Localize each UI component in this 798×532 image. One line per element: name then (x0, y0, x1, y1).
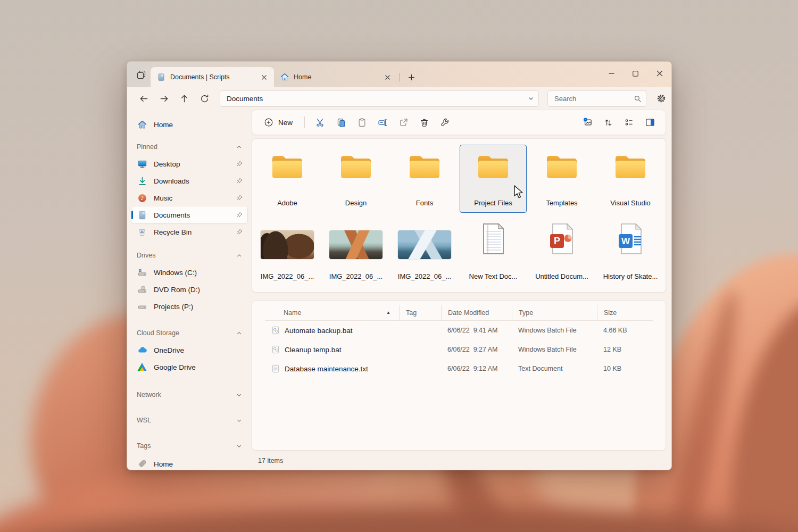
new-tab-button[interactable] (404, 70, 418, 84)
folder-tile-fonts[interactable]: Fonts (391, 145, 458, 213)
sidebar-section-wsl[interactable]: WSL (131, 414, 247, 427)
pin-icon (236, 228, 243, 236)
item-label: Project Files (462, 199, 524, 207)
file-tile-word[interactable]: W History of Skate... (597, 218, 664, 286)
column-header-date-modified[interactable]: Date Modified (441, 305, 512, 320)
sort-icon[interactable] (598, 113, 619, 131)
tab-layout-icon[interactable] (134, 68, 148, 81)
details-list: Name ▲ Tag Date Modified Type Size Autom… (252, 300, 666, 451)
table-row[interactable]: Cleanup temp.bat 6/06/22 9:27 AM Windows… (265, 340, 653, 359)
chevron-up-icon[interactable] (236, 330, 242, 336)
sidebar-item-projects-p[interactable]: Projects (P:) (131, 298, 247, 315)
tab-documents-scripts[interactable]: Documents | Scripts (151, 67, 274, 87)
copy-icon[interactable] (331, 113, 352, 131)
chevron-up-icon[interactable] (236, 253, 242, 259)
sidebar-section-tags[interactable]: Tags (131, 439, 247, 452)
folder-tile-design[interactable]: Design (322, 145, 389, 213)
folder-tile-visual-studio[interactable]: Visual Studio (597, 145, 664, 213)
sidebar-item-home[interactable]: Home (131, 116, 247, 133)
image-tile-3[interactable]: IMG_2022_06_... (391, 218, 458, 286)
column-header-tag[interactable]: Tag (399, 305, 441, 320)
sidebar-item-recycle-bin[interactable]: ♻ Recycle Bin (131, 223, 247, 240)
item-label: Design (325, 199, 387, 207)
sidebar-item-documents[interactable]: Documents (131, 206, 247, 223)
minimize-button[interactable] (600, 62, 624, 85)
properties-wrench-icon[interactable] (435, 113, 455, 131)
address-chevron-down-icon[interactable] (528, 95, 534, 102)
sidebar-item-desktop[interactable]: Desktop (131, 155, 247, 172)
column-header-name[interactable]: Name ▲ (265, 305, 399, 320)
sidebar-item-onedrive[interactable]: OneDrive (131, 342, 247, 359)
toolbar-divider (304, 117, 305, 128)
sidebar-item-tag-home[interactable]: Home (131, 455, 247, 470)
folder-icon (254, 153, 320, 181)
file-tile-powerpoint[interactable]: P Untitled Docum... (528, 218, 595, 286)
settings-gear-icon[interactable] (652, 89, 671, 108)
sidebar-item-google-drive[interactable]: Google Drive (131, 359, 247, 376)
sidebar-item-windows-c[interactable]: Windows (C:) (131, 264, 247, 281)
folder-icon (529, 153, 595, 181)
tab-close-icon[interactable] (381, 71, 393, 83)
file-name-cell: Automate backup.bat (265, 326, 399, 335)
status-bar: 17 items (252, 451, 666, 470)
select-images-icon[interactable] (577, 113, 598, 131)
image-tile-1[interactable]: IMG_2022_06_... (254, 218, 321, 286)
new-button[interactable]: New (257, 113, 299, 131)
search-icon[interactable] (634, 95, 642, 103)
folder-icon (323, 153, 389, 181)
maximize-button[interactable] (624, 62, 647, 85)
details-pane-icon[interactable] (639, 113, 660, 131)
column-header-size[interactable]: Size (597, 305, 653, 320)
tab-close-icon[interactable] (258, 71, 270, 83)
sidebar-section-cloud-storage[interactable]: Cloud Storage (131, 327, 247, 339)
sidebar-section-drives[interactable]: Drives (131, 249, 247, 262)
table-row[interactable]: Automate backup.bat 6/06/22 9:41 AM Wind… (265, 321, 653, 340)
sidebar-item-downloads[interactable]: Downloads (131, 172, 247, 189)
download-icon (137, 176, 147, 186)
sidebar-item-music[interactable]: ♪ Music (131, 189, 247, 206)
folder-tile-project-files[interactable]: Project Files (460, 145, 527, 213)
folder-tile-templates[interactable]: Templates (528, 145, 595, 213)
chevron-down-icon[interactable] (236, 443, 242, 449)
recycle-bin-icon: ♻ (137, 227, 147, 237)
tab-separator (400, 73, 400, 81)
back-icon[interactable] (134, 89, 154, 108)
svg-text:P: P (554, 236, 560, 246)
forward-icon[interactable] (154, 89, 174, 108)
cut-icon[interactable] (310, 113, 331, 131)
sidebar-item-label: Windows (C:) (154, 269, 197, 277)
drive-icon (137, 301, 147, 312)
delete-icon[interactable] (414, 113, 435, 131)
chevron-down-icon[interactable] (236, 418, 242, 423)
pin-icon (236, 160, 243, 168)
sidebar-section-pinned[interactable]: Pinned (131, 140, 247, 153)
close-button[interactable] (647, 62, 671, 85)
document-tab-icon (157, 73, 165, 81)
address-bar[interactable]: Documents (220, 90, 539, 107)
up-icon[interactable] (174, 89, 194, 108)
chevron-up-icon[interactable] (236, 144, 242, 150)
image-thumbnail-sunset-mountains (323, 230, 389, 259)
google-drive-icon (137, 362, 147, 372)
sidebar-item-dvd-rom-d[interactable]: DVD Rom (D:) (131, 281, 247, 298)
search-input[interactable] (550, 95, 634, 103)
sidebar-section-network[interactable]: Network (131, 388, 247, 401)
view-options-icon[interactable] (619, 113, 639, 131)
item-label: Adobe (256, 199, 318, 207)
image-thumbnail-desert (254, 230, 320, 259)
sidebar-item-label: Recycle Bin (154, 228, 192, 236)
column-header-type[interactable]: Type (512, 305, 597, 320)
table-row[interactable]: Database maintenance.txt 6/06/22 9:12 AM… (265, 359, 653, 378)
paste-icon[interactable] (352, 113, 372, 131)
sidebar: Home Pinned Desktop Downloads (127, 110, 252, 470)
tab-home[interactable]: Home (274, 67, 397, 87)
chevron-down-icon[interactable] (236, 392, 242, 398)
file-tile-new-text-doc[interactable]: New Text Doc... (460, 218, 527, 286)
folder-tile-adobe[interactable]: Adobe (254, 145, 321, 213)
items-grid: Adobe Design Fonts (252, 138, 666, 293)
share-icon[interactable] (393, 113, 414, 131)
rename-icon[interactable] (372, 113, 393, 131)
svg-text:W: W (621, 236, 630, 246)
image-tile-2[interactable]: IMG_2022_06_... (322, 218, 389, 286)
refresh-icon[interactable] (194, 89, 214, 108)
